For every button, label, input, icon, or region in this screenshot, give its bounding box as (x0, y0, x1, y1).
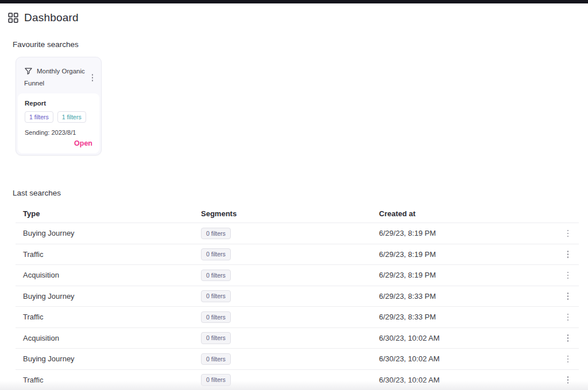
funnel-icon (24, 67, 33, 79)
favourite-card-header: Monthly Organic Funnel (18, 59, 99, 93)
filters-badge: 1 filters (25, 111, 53, 123)
table-row[interactable]: Acquisition 0 filters 6/29/23, 8:19 PM (16, 264, 579, 286)
row-more-options-icon[interactable] (565, 311, 571, 323)
segments-filter-badge: 0 filters (201, 311, 231, 323)
table-row[interactable]: Buying Journey 0 filters 6/30/23, 10:02 … (16, 348, 579, 369)
last-searches-table: Type Segments Created at Buying Journey … (16, 204, 579, 390)
row-more-options-icon[interactable] (565, 374, 571, 386)
table-body: Buying Journey 0 filters 6/29/23, 8:19 P… (16, 223, 579, 390)
open-link[interactable]: Open (74, 139, 92, 147)
row-type-cell: Buying Journey (23, 354, 201, 363)
row-created-at-cell: 6/29/23, 8:33 PM (379, 313, 556, 321)
row-more-options-icon[interactable] (565, 248, 571, 260)
segments-filter-badge: 0 filters (201, 374, 231, 386)
row-created-at-cell: 6/29/23, 8:19 PM (379, 271, 556, 279)
segments-filter-badge: 0 filters (201, 332, 231, 344)
report-type-label: Report (25, 100, 92, 107)
dashboard-grid-icon (8, 13, 18, 23)
row-type-cell: Acquisition (23, 271, 201, 279)
table-row[interactable]: Buying Journey 0 filters 6/29/23, 8:33 P… (16, 286, 579, 307)
table-row[interactable]: Traffic 0 filters 6/29/23, 8:19 PM (16, 244, 579, 265)
segments-filter-badge: 0 filters (201, 248, 231, 260)
row-type-cell: Acquisition (23, 334, 201, 342)
row-more-options-icon[interactable] (565, 353, 571, 365)
row-more-options-icon[interactable] (565, 332, 571, 344)
sending-date-label: Sending: 2023/8/1 (25, 129, 92, 136)
row-created-at-cell: 6/30/23, 10:02 AM (379, 334, 556, 342)
app-header: Dashboard (0, 3, 588, 26)
favourite-search-card: Monthly Organic Funnel Report 1 filters1… (16, 57, 102, 155)
row-type-cell: Traffic (23, 250, 201, 259)
favourite-card-title-row: Monthly Organic Funnel (24, 67, 87, 89)
row-more-options-icon[interactable] (565, 290, 571, 302)
row-created-at-cell: 6/30/23, 10:02 AM (379, 354, 556, 363)
row-type-cell: Buying Journey (23, 292, 201, 301)
row-more-options-icon[interactable] (565, 228, 571, 240)
column-header-segments: Segments (201, 209, 379, 218)
table-header-row: Type Segments Created at (16, 204, 579, 223)
table-row[interactable]: Buying Journey 0 filters 6/29/23, 8:19 P… (16, 223, 579, 244)
table-row[interactable]: Traffic 0 filters 6/30/23, 10:02 AM (16, 369, 579, 390)
column-header-created-at: Created at (379, 209, 556, 218)
favourite-searches-heading: Favourite searches (13, 40, 588, 49)
row-more-options-icon[interactable] (565, 270, 571, 282)
row-type-cell: Traffic (23, 313, 201, 321)
filters-badge: 1 filters (57, 111, 86, 123)
table-row[interactable]: Acquisition 0 filters 6/30/23, 10:02 AM (16, 327, 579, 349)
last-searches-heading: Last searches (13, 189, 588, 197)
row-created-at-cell: 6/29/23, 8:19 PM (379, 229, 556, 237)
segments-filter-badge: 0 filters (201, 228, 231, 240)
segments-filter-badge: 0 filters (201, 270, 231, 282)
favourite-card-title: Monthly Organic Funnel (24, 68, 85, 87)
favourite-card-body: Report 1 filters1 filters Sending: 2023/… (18, 93, 99, 153)
favourite-card-badges: 1 filters1 filters (25, 111, 92, 123)
row-created-at-cell: 6/29/23, 8:19 PM (379, 250, 556, 259)
segments-filter-badge: 0 filters (201, 290, 231, 302)
column-header-type: Type (23, 209, 201, 218)
segments-filter-badge: 0 filters (201, 353, 231, 365)
row-created-at-cell: 6/30/23, 10:02 AM (379, 376, 556, 384)
row-type-cell: Buying Journey (23, 229, 201, 237)
row-created-at-cell: 6/29/23, 8:33 PM (379, 292, 556, 301)
page-title: Dashboard (24, 11, 79, 24)
table-row[interactable]: Traffic 0 filters 6/29/23, 8:33 PM (16, 306, 579, 327)
row-type-cell: Traffic (23, 376, 201, 384)
card-more-options-icon[interactable] (90, 72, 96, 84)
